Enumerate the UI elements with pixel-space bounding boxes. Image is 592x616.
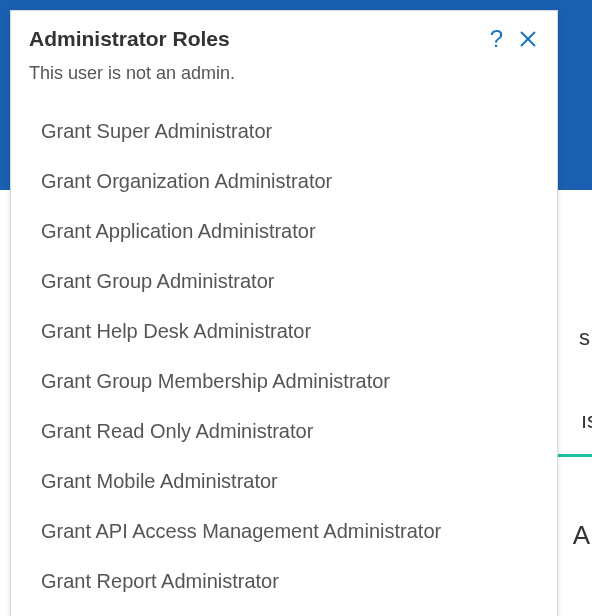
popover-subtitle: This user is not an admin. <box>11 59 557 106</box>
grant-report-administrator-item[interactable]: Grant Report Administrator <box>41 556 557 606</box>
grant-help-desk-administrator-item[interactable]: Grant Help Desk Administrator <box>41 306 557 356</box>
close-icon[interactable] <box>517 28 539 50</box>
grant-api-access-management-administrator-item[interactable]: Grant API Access Management Administrato… <box>41 506 557 556</box>
grant-group-administrator-item[interactable]: Grant Group Administrator <box>41 256 557 306</box>
grant-super-administrator-item[interactable]: Grant Super Administrator <box>41 106 557 156</box>
popover-header: Administrator Roles ? <box>11 11 557 59</box>
grant-read-only-administrator-item[interactable]: Grant Read Only Administrator <box>41 406 557 456</box>
background-fragment-text: ıs <box>581 408 592 434</box>
grant-group-membership-administrator-item[interactable]: Grant Group Membership Administrator <box>41 356 557 406</box>
admin-role-list: Grant Super Administrator Grant Organiza… <box>11 106 557 606</box>
popover-title: Administrator Roles <box>29 27 490 51</box>
background-fragment-text: s <box>579 325 590 351</box>
admin-roles-popover: Administrator Roles ? This user is not a… <box>10 10 558 616</box>
background-fragment-text: A <box>573 520 590 551</box>
grant-mobile-administrator-item[interactable]: Grant Mobile Administrator <box>41 456 557 506</box>
grant-organization-administrator-item[interactable]: Grant Organization Administrator <box>41 156 557 206</box>
background-tab-indicator <box>558 454 592 457</box>
grant-application-administrator-item[interactable]: Grant Application Administrator <box>41 206 557 256</box>
popover-header-actions: ? <box>490 27 539 51</box>
help-icon[interactable]: ? <box>490 27 503 51</box>
